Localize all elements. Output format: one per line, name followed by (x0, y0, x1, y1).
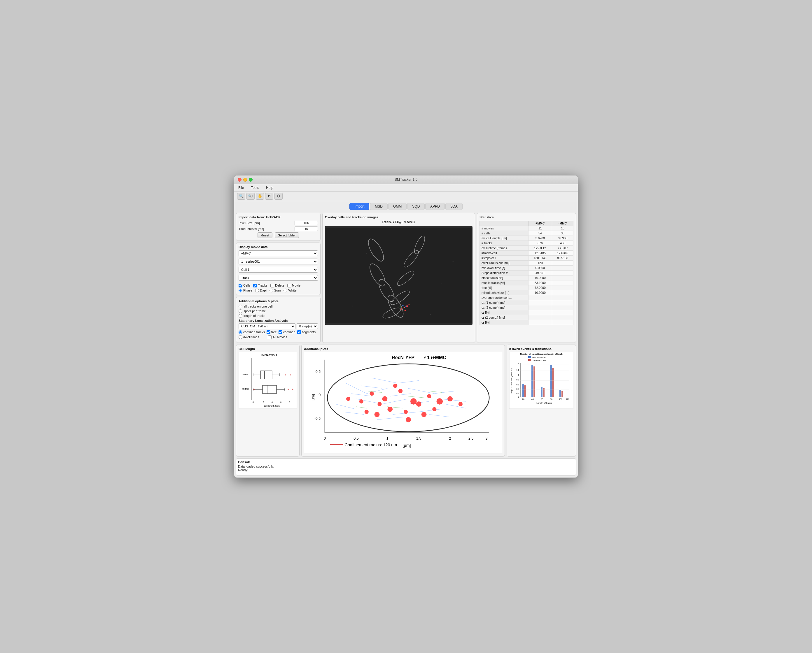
stats-cell-label: # tracks (480, 240, 528, 245)
zoom-out-button[interactable]: 🔍 (237, 193, 245, 200)
stats-row: σ₁ (1-comp.) [ms] (480, 300, 574, 305)
tab-msd[interactable]: MSD (370, 203, 388, 210)
tab-sqd[interactable]: SQD (407, 203, 425, 210)
stats-row: σ₂ (2-comp.) [ms] (480, 305, 574, 310)
svg-text:-0.5: -0.5 (314, 416, 321, 420)
tab-gmm[interactable]: GMM (388, 203, 407, 210)
white-radio-label[interactable]: White (284, 289, 296, 292)
stats-row: # cells 54 38 (480, 231, 574, 236)
stats-cell-label: σ₁ (1-comp.) [ms] (480, 300, 528, 305)
close-button[interactable] (238, 178, 241, 182)
sla-option-select[interactable]: CUSTOM : 120 nm (238, 323, 295, 329)
zoom-in-button[interactable]: 🔍+ (246, 193, 255, 200)
svg-point-107 (374, 412, 380, 417)
length-of-tracks-radio[interactable] (238, 314, 243, 318)
svg-text:v: v (274, 354, 275, 356)
svg-point-114 (346, 396, 350, 400)
delete-checkbox[interactable] (270, 284, 274, 288)
svg-text:+: + (253, 388, 255, 391)
reset-button[interactable]: Reset (258, 232, 272, 238)
settings-button[interactable]: ⚙ (275, 193, 282, 200)
movie-series-select[interactable]: 1 - series001 (238, 259, 318, 265)
phase-radio-label[interactable]: Phase (238, 289, 252, 292)
stats-cell-label: Steps distribution fr... (480, 270, 528, 275)
pixel-size-input[interactable] (295, 221, 318, 225)
maximize-button[interactable] (249, 178, 253, 182)
stats-cell-plus: 83.1000 (528, 280, 552, 285)
svg-text:+: + (285, 373, 286, 376)
svg-rect-122 (528, 356, 531, 358)
stats-cell-plus: 12.5185 (528, 250, 552, 256)
svg-point-15 (400, 306, 401, 307)
stats-cell-plus: 54 (528, 231, 552, 236)
stats-row: static tracks [%] 16.9000 (480, 275, 574, 280)
svg-rect-151 (552, 368, 554, 397)
time-interval-input[interactable] (295, 227, 318, 231)
display-movie-panel: Display movie data +MMC 1 - series001 Ce… (236, 242, 321, 295)
confined-checkbox[interactable] (279, 330, 282, 334)
console-output: Data loaded successfully. Ready! (238, 465, 574, 472)
free-checkbox[interactable] (267, 330, 270, 334)
svg-text:4: 4 (272, 401, 273, 403)
spots-per-frame-radio[interactable] (238, 309, 243, 313)
minimize-button[interactable] (243, 178, 247, 182)
svg-text:Confinement radius: 120 nm: Confinement radius: 120 nm (345, 442, 397, 447)
svg-rect-153 (562, 391, 563, 397)
menu-help[interactable]: Help (265, 185, 275, 190)
phase-radio[interactable] (238, 289, 243, 292)
sla-steps-select[interactable]: 8 step(s) (297, 323, 318, 329)
stats-cell-label: # cells (480, 231, 528, 236)
svg-point-22 (430, 314, 431, 315)
stats-cell-minus (552, 265, 573, 270)
tab-import[interactable]: Import (350, 203, 369, 210)
dwell-events-chart: Number of transitions per length of trac… (509, 352, 574, 409)
main-window: SMTracker 1.5 File Tools Help 🔍 🔍+ ✋ ↺ ⚙… (234, 175, 578, 478)
sum-radio[interactable] (270, 289, 273, 292)
svg-text:20: 20 (522, 398, 524, 400)
movie-track-select[interactable]: Track 1 (238, 275, 318, 281)
pan-button[interactable]: ✋ (256, 193, 264, 200)
cells-checkbox-label[interactable]: Cells (238, 284, 250, 288)
segments-checkbox[interactable] (297, 330, 301, 334)
confined-tracks-radio[interactable] (238, 330, 243, 334)
time-interval-label: Time Interval [ms] (238, 227, 295, 231)
movie-checkbox[interactable] (287, 284, 291, 288)
tab-sda[interactable]: SDA (446, 203, 462, 210)
tracks-checkbox[interactable] (253, 284, 257, 288)
delete-checkbox-label[interactable]: Delete (270, 284, 284, 288)
dapi-radio[interactable] (255, 289, 259, 292)
svg-point-18 (366, 253, 367, 254)
stats-cell-plus: 10.9000 (528, 290, 552, 295)
import-panel: Import data from: U-TRACK Pixel Size [nm… (236, 213, 321, 241)
menu-tools[interactable]: Tools (250, 185, 260, 190)
svg-text:+MMC: +MMC (242, 388, 249, 390)
additional-options-panel: Additional options & plots all tracks on… (236, 297, 321, 343)
dwell-times-radio[interactable] (238, 335, 243, 339)
select-folder-button[interactable]: Select folder (275, 232, 299, 238)
all-tracks-radio[interactable] (238, 304, 243, 308)
stats-cell-minus: 86.5138 (552, 256, 573, 260)
reset-view-button[interactable]: ↺ (265, 193, 273, 200)
microscope-image (325, 226, 473, 325)
movie-condition-select[interactable]: +MMC (238, 250, 318, 256)
sum-radio-label[interactable]: Sum (270, 289, 281, 292)
svg-point-106 (432, 407, 437, 411)
cells-checkbox[interactable] (238, 284, 243, 288)
cell-length-title: Cell length (238, 347, 297, 351)
svg-text:RecN-YFP: RecN-YFP (392, 355, 414, 360)
tracks-checkbox-label[interactable]: Tracks (253, 284, 267, 288)
svg-point-17 (404, 310, 406, 311)
stats-row: free [%] 72.2000 (480, 285, 574, 290)
svg-point-19 (441, 283, 443, 284)
svg-text:120: 120 (566, 398, 569, 400)
all-movies-checkbox[interactable] (268, 335, 272, 339)
stats-cell-label: av. cell length [μm] (480, 236, 528, 240)
stats-cell-plus: 11 (528, 226, 552, 231)
movie-cell-select[interactable]: Cell 1 (238, 267, 318, 272)
menu-file[interactable]: File (237, 185, 245, 190)
tab-appd[interactable]: APPD (425, 203, 445, 210)
additional-plots-chart: RecN-YFP v 1 /+MMC 0.5 0 -0.5 [μm] 0 0.5… (304, 352, 502, 454)
white-radio[interactable] (284, 289, 287, 292)
movie-checkbox-label[interactable]: Movie (287, 284, 301, 288)
dapi-radio-label[interactable]: Dapi (255, 289, 267, 292)
